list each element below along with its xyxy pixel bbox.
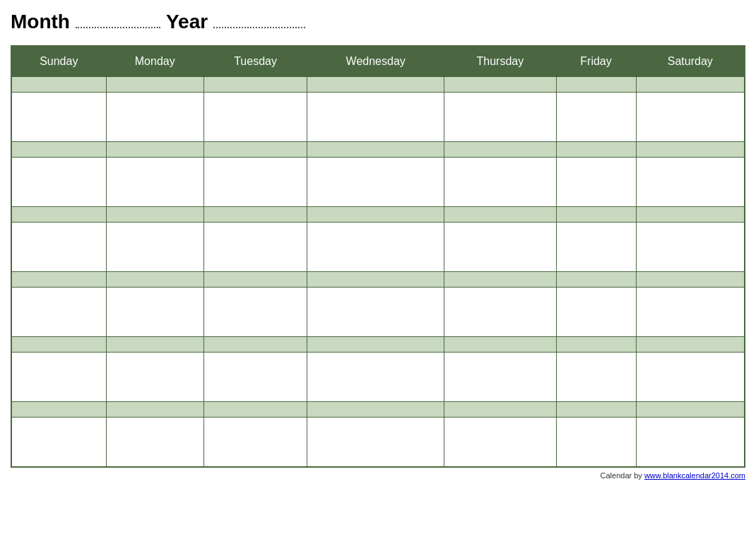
- table-row: [11, 272, 745, 288]
- cell: [106, 402, 203, 418]
- col-sunday: Sunday: [11, 46, 106, 77]
- cell: [106, 337, 203, 353]
- cell: [11, 337, 106, 353]
- month-label: Month: [11, 11, 70, 33]
- cell: [203, 418, 307, 467]
- cell: [556, 418, 636, 467]
- col-tuesday: Tuesday: [203, 46, 307, 77]
- cell: [636, 142, 745, 158]
- cell: [636, 337, 745, 353]
- cell: [444, 337, 556, 353]
- cell: [307, 142, 444, 158]
- table-row: [11, 402, 745, 418]
- cell: [307, 353, 444, 402]
- cell: [203, 402, 307, 418]
- cell: [307, 93, 444, 142]
- col-wednesday: Wednesday: [307, 46, 444, 77]
- cell: [203, 353, 307, 402]
- footer-link[interactable]: www.blankcalendar2014.com: [644, 471, 745, 480]
- table-row: [11, 288, 745, 337]
- cell: [203, 158, 307, 207]
- cell: [636, 272, 745, 288]
- cell: [106, 142, 203, 158]
- cell: [106, 288, 203, 337]
- cell: [636, 418, 745, 467]
- cell: [11, 142, 106, 158]
- cell: [636, 158, 745, 207]
- cell: [636, 402, 745, 418]
- cell: [444, 142, 556, 158]
- cell: [307, 418, 444, 467]
- cell: [556, 353, 636, 402]
- cell: [556, 223, 636, 272]
- cell: [106, 272, 203, 288]
- table-row: [11, 353, 745, 402]
- footer: Calendar by www.blankcalendar2014.com: [11, 471, 745, 480]
- table-row: [11, 93, 745, 142]
- table-row: [11, 223, 745, 272]
- cell: [556, 288, 636, 337]
- cell: [106, 353, 203, 402]
- cell: [307, 402, 444, 418]
- cell: [307, 288, 444, 337]
- cell: [106, 418, 203, 467]
- cell: [203, 77, 307, 93]
- cell: [11, 418, 106, 467]
- cell: [11, 93, 106, 142]
- cell: [444, 418, 556, 467]
- cell: [11, 272, 106, 288]
- cell: [556, 158, 636, 207]
- cell: [106, 77, 203, 93]
- table-row: [11, 337, 745, 353]
- cell: [444, 223, 556, 272]
- col-monday: Monday: [106, 46, 203, 77]
- cell: [203, 142, 307, 158]
- cell: [444, 77, 556, 93]
- cell: [307, 207, 444, 223]
- footer-prefix: Calendar by: [601, 471, 644, 480]
- cell: [444, 288, 556, 337]
- header-row: Sunday Monday Tuesday Wednesday Thursday…: [11, 46, 745, 77]
- cell: [203, 337, 307, 353]
- cell: [307, 337, 444, 353]
- table-row: [11, 77, 745, 93]
- cell: [11, 207, 106, 223]
- cell: [11, 288, 106, 337]
- cell: [636, 93, 745, 142]
- cell: [203, 272, 307, 288]
- cell: [203, 207, 307, 223]
- cell: [556, 93, 636, 142]
- year-dots: [213, 27, 305, 28]
- table-row: [11, 142, 745, 158]
- cell: [636, 77, 745, 93]
- cell: [307, 158, 444, 207]
- cell: [106, 93, 203, 142]
- cell: [636, 288, 745, 337]
- cell: [307, 272, 444, 288]
- cell: [556, 77, 636, 93]
- cell: [11, 77, 106, 93]
- cell: [307, 223, 444, 272]
- col-saturday: Saturday: [636, 46, 745, 77]
- col-friday: Friday: [556, 46, 636, 77]
- cell: [11, 402, 106, 418]
- cell: [444, 207, 556, 223]
- cell: [556, 272, 636, 288]
- cell: [203, 93, 307, 142]
- cell: [11, 353, 106, 402]
- cell: [444, 93, 556, 142]
- cell: [636, 353, 745, 402]
- calendar-header: Month Year: [11, 7, 745, 37]
- cell: [556, 142, 636, 158]
- cell: [444, 353, 556, 402]
- cell: [556, 402, 636, 418]
- cell: [636, 207, 745, 223]
- cell: [556, 337, 636, 353]
- cell: [11, 223, 106, 272]
- cell: [106, 158, 203, 207]
- cell: [203, 223, 307, 272]
- table-row: [11, 418, 745, 467]
- cell: [444, 402, 556, 418]
- month-dots: [76, 27, 160, 28]
- cell: [444, 272, 556, 288]
